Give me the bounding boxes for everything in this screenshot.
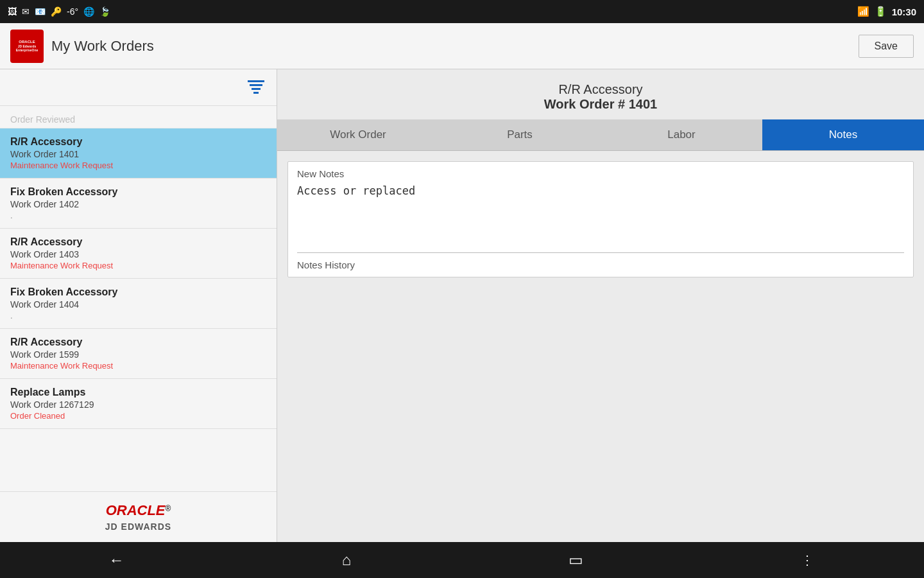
wifi-icon: 📶 <box>857 6 869 17</box>
list-item-subtitle: Work Order 1401 <box>10 149 266 159</box>
svg-rect-3 <box>253 92 259 94</box>
work-order-title: R/R Accessory <box>277 82 924 97</box>
filter-icon <box>246 78 266 97</box>
list-item-title: Fix Broken Accessory <box>10 186 266 198</box>
sidebar-header <box>0 69 277 106</box>
key-icon: 🔑 <box>51 6 62 17</box>
mail-icon: 📧 <box>35 6 46 17</box>
list-item-title: Fix Broken Accessory <box>10 286 266 298</box>
list-item-title: Replace Lamps <box>10 387 266 398</box>
list-item-1599[interactable]: R/R Accessory Work Order 1599 Maintenanc… <box>0 329 277 379</box>
list-item-subtitle: Work Order 1402 <box>10 199 266 209</box>
filter-button[interactable] <box>243 74 269 100</box>
tabs-bar: Work Order Parts Labor Notes <box>277 119 924 151</box>
email-icon: ✉ <box>22 6 30 17</box>
sidebar-footer: ORACLE® JD EDWARDS <box>0 491 277 542</box>
svg-rect-1 <box>250 84 262 86</box>
status-icons-left: 🖼 ✉ 📧 🔑 -6° 🌐 🍃 <box>8 6 110 17</box>
status-icons-right: 📶 🔋 10:30 <box>857 6 916 17</box>
tab-notes[interactable]: Notes <box>762 119 924 150</box>
list-item-subtitle: Work Order 1267129 <box>10 399 266 410</box>
oracle-registered: ® <box>166 504 171 513</box>
temp-icon: -6° <box>67 6 78 17</box>
app-bar: ORACLE JD Edwards EnterpriseOne My Work … <box>0 23 924 69</box>
main-layout: Order Reviewed R/R Accessory Work Order … <box>0 69 924 542</box>
oracle-brand-text: ORACLE <box>106 502 166 518</box>
app-logo: ORACLE JD Edwards EnterpriseOne <box>10 30 44 63</box>
new-notes-textarea[interactable] <box>288 179 913 250</box>
clock: 10:30 <box>892 6 916 17</box>
list-item-1403[interactable]: R/R Accessory Work Order 1403 Maintenanc… <box>0 229 277 279</box>
content-header: R/R Accessory Work Order # 1401 <box>277 69 924 119</box>
more-button[interactable]: ⋮ <box>788 547 828 573</box>
oracle-logo: ORACLE® <box>10 502 266 519</box>
status-bar: 🖼 ✉ 📧 🔑 -6° 🌐 🍃 📶 🔋 10:30 <box>0 0 924 23</box>
back-button[interactable]: ← <box>96 546 137 574</box>
list-item-subtitle: Work Order 1599 <box>10 349 266 360</box>
list-item-1402[interactable]: Fix Broken Accessory Work Order 1402 . <box>0 179 277 229</box>
notes-content: New Notes Notes History <box>277 151 924 542</box>
tab-work-order[interactable]: Work Order <box>277 119 439 150</box>
list-item-title: R/R Accessory <box>10 136 266 148</box>
list-item-sub2: Maintenance Work Request <box>10 161 266 170</box>
list-item-1267129[interactable]: Replace Lamps Work Order 1267129 Order C… <box>0 379 277 429</box>
list-item-1401[interactable]: R/R Accessory Work Order 1401 Maintenanc… <box>0 128 277 179</box>
notes-history-label: Notes History <box>288 253 913 277</box>
list-item-dot: . <box>10 211 266 220</box>
app-icon: 🍃 <box>99 6 110 17</box>
list-item-prev-label: Order Reviewed <box>10 114 75 125</box>
list-item-sub2: Maintenance Work Request <box>10 361 266 371</box>
work-order-number: Work Order # 1401 <box>277 97 924 112</box>
new-notes-label: New Notes <box>288 162 913 179</box>
photo-icon: 🖼 <box>8 6 17 17</box>
list-item-sub2: Order Cleaned <box>10 411 266 421</box>
save-button[interactable]: Save <box>859 35 914 58</box>
svg-rect-0 <box>248 80 264 82</box>
globe-icon: 🌐 <box>83 6 94 17</box>
sidebar: Order Reviewed R/R Accessory Work Order … <box>0 69 277 542</box>
list-item-subtitle: Work Order 1403 <box>10 249 266 259</box>
content-panel: R/R Accessory Work Order # 1401 Work Ord… <box>277 69 924 542</box>
svg-rect-2 <box>252 88 261 90</box>
battery-icon: 🔋 <box>875 6 887 17</box>
list-item-dot: . <box>10 311 266 320</box>
list-item-1404[interactable]: Fix Broken Accessory Work Order 1404 . <box>0 279 277 329</box>
app-bar-left: ORACLE JD Edwards EnterpriseOne My Work … <box>10 30 154 63</box>
notes-box: New Notes Notes History <box>287 161 914 277</box>
jd-edwards-text: JD EDWARDS <box>10 521 266 532</box>
tab-labor[interactable]: Labor <box>601 119 762 150</box>
list-item-title: R/R Accessory <box>10 337 266 348</box>
recents-button[interactable]: ▭ <box>556 546 596 574</box>
tab-parts[interactable]: Parts <box>439 119 601 150</box>
list-item-title: R/R Accessory <box>10 236 266 248</box>
bottom-nav: ← ⌂ ▭ ⋮ <box>0 542 924 578</box>
home-button[interactable]: ⌂ <box>329 546 364 574</box>
list-item-prev[interactable]: Order Reviewed <box>0 106 277 128</box>
app-title: My Work Orders <box>51 38 154 55</box>
list-item-subtitle: Work Order 1404 <box>10 299 266 310</box>
list-item-sub2: Maintenance Work Request <box>10 261 266 270</box>
